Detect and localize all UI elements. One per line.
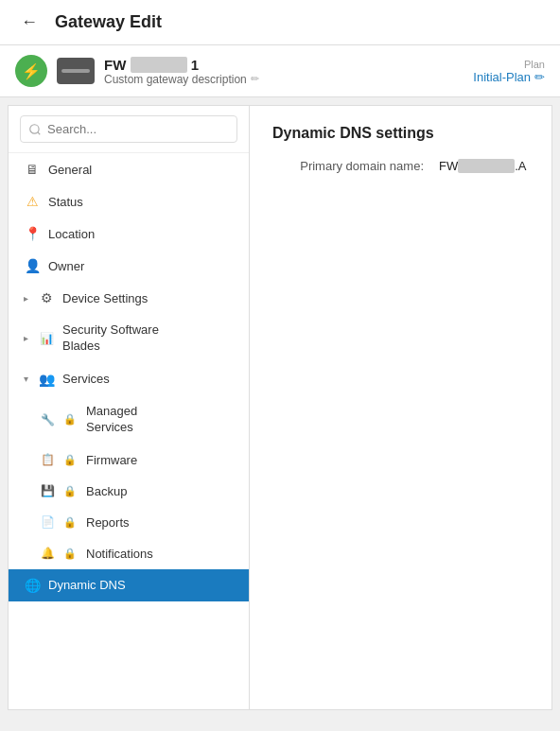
security-blades-icon: 📊 xyxy=(38,332,55,345)
sidebar-item-backup[interactable]: 💾 🔒 Backup xyxy=(9,476,249,507)
sidebar-item-label: Firmware xyxy=(86,453,137,467)
plan-edit-icon[interactable]: ✏ xyxy=(534,70,545,84)
firmware-icon: 📋 xyxy=(39,453,56,466)
chevron-icon: ▾ xyxy=(24,374,28,384)
device-settings-icon: ⚙ xyxy=(38,290,55,305)
lock-icon: 🔒 xyxy=(63,485,77,497)
services-icon: 👥 xyxy=(38,372,55,387)
dynamic-dns-icon: 🌐 xyxy=(24,578,41,593)
sidebar-item-label: Dynamic DNS xyxy=(48,578,126,592)
back-button[interactable]: ← xyxy=(15,10,44,34)
sidebar-nav: 🖥 General ⚠ Status 📍 Location 👤 Owner ▸ … xyxy=(9,153,249,601)
gateway-name: FW 1 xyxy=(104,57,259,73)
owner-icon: 👤 xyxy=(24,258,41,273)
gateway-header: ⚡ FW 1 Custom gateway description ✏ Plan… xyxy=(0,45,560,97)
description-edit-icon[interactable]: ✏ xyxy=(251,73,259,85)
reports-icon: 📄 xyxy=(39,515,56,529)
sidebar-item-label: Owner xyxy=(48,259,84,273)
sidebar-item-label: Device Settings xyxy=(62,291,148,305)
sidebar-item-notifications[interactable]: 🔔 🔒 Notifications xyxy=(9,538,249,569)
top-bar: ← Gateway Edit xyxy=(0,0,560,45)
search-input[interactable] xyxy=(20,115,237,143)
page-title: Gateway Edit xyxy=(55,12,162,32)
sidebar-item-label: Status xyxy=(48,195,83,209)
gateway-info: FW 1 Custom gateway description ✏ xyxy=(104,57,259,86)
sidebar-item-dynamic-dns[interactable]: 🌐 Dynamic DNS xyxy=(9,569,249,601)
sidebar-item-label: Location xyxy=(48,227,95,241)
backup-icon: 💾 xyxy=(39,484,56,497)
sidebar-item-security-blades[interactable]: ▸ 📊 Security SoftwareBlades xyxy=(9,314,249,363)
lock-icon: 🔒 xyxy=(63,516,77,529)
sidebar-item-label: Security SoftwareBlades xyxy=(62,322,159,355)
sidebar-item-label: General xyxy=(48,163,92,177)
chevron-icon: ▸ xyxy=(24,333,28,343)
lock-icon: 🔒 xyxy=(63,413,77,426)
notifications-icon: 🔔 xyxy=(39,547,56,560)
device-icon xyxy=(57,58,95,84)
general-icon: 🖥 xyxy=(24,162,41,177)
sidebar: 🖥 General ⚠ Status 📍 Location 👤 Owner ▸ … xyxy=(9,106,250,709)
sidebar-item-label: Notifications xyxy=(86,547,153,561)
gateway-left: ⚡ FW 1 Custom gateway description ✏ xyxy=(15,55,259,87)
sidebar-item-owner[interactable]: 👤 Owner xyxy=(9,250,249,282)
sidebar-item-location[interactable]: 📍 Location xyxy=(9,218,249,250)
content-area: Dynamic DNS settings Primary domain name… xyxy=(250,106,551,709)
sidebar-item-label: ManagedServices xyxy=(86,404,137,436)
primary-domain-label: Primary domain name: xyxy=(272,159,424,173)
gateway-plan: Plan Initial-Plan ✏ xyxy=(473,59,545,84)
status-icon-nav: ⚠ xyxy=(24,194,41,209)
gateway-name-blurred xyxy=(131,57,187,73)
content-title: Dynamic DNS settings xyxy=(272,125,529,142)
domain-blurred xyxy=(458,159,515,173)
sidebar-item-device-settings[interactable]: ▸ ⚙ Device Settings xyxy=(9,282,249,314)
sidebar-item-label: Backup xyxy=(86,484,127,498)
sidebar-item-services[interactable]: ▾ 👥 Services xyxy=(9,363,249,395)
sidebar-item-label: Services xyxy=(62,372,110,386)
sidebar-item-firmware[interactable]: 📋 🔒 Firmware xyxy=(9,444,249,476)
sidebar-item-reports[interactable]: 📄 🔒 Reports xyxy=(9,507,249,538)
plan-value[interactable]: Initial-Plan ✏ xyxy=(473,70,545,84)
gateway-desc: Custom gateway description ✏ xyxy=(104,73,259,86)
primary-domain-row: Primary domain name: FW .A xyxy=(272,159,529,173)
sidebar-item-label: Reports xyxy=(86,515,130,530)
sidebar-item-managed-services[interactable]: 🔧 🔒 ManagedServices xyxy=(9,395,249,444)
sidebar-item-general[interactable]: 🖥 General xyxy=(9,153,249,185)
chevron-icon: ▸ xyxy=(24,293,28,304)
plan-label: Plan xyxy=(473,59,545,70)
primary-domain-value: FW .A xyxy=(439,159,527,173)
sidebar-item-status[interactable]: ⚠ Status xyxy=(9,185,249,218)
lock-icon: 🔒 xyxy=(63,454,77,466)
main-content: 🖥 General ⚠ Status 📍 Location 👤 Owner ▸ … xyxy=(8,105,552,710)
location-icon: 📍 xyxy=(24,226,41,241)
search-box xyxy=(9,106,249,153)
status-icon: ⚡ xyxy=(15,55,47,87)
managed-services-icon: 🔧 xyxy=(39,413,56,426)
lock-icon: 🔒 xyxy=(63,548,77,560)
